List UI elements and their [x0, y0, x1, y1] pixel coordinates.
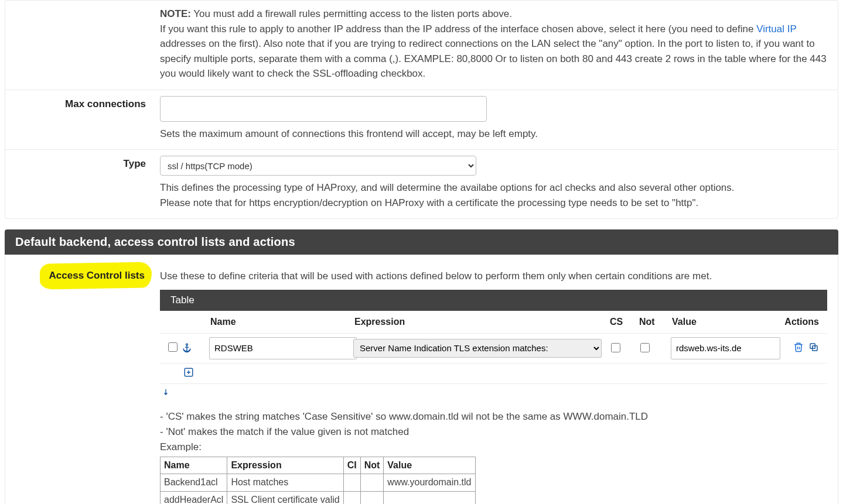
- ex-h-expr: Expression: [227, 457, 343, 474]
- acl-note-cs: - 'CS' makes the string matches 'Case Se…: [160, 409, 827, 424]
- acl-header-actions: Actions: [773, 311, 827, 334]
- ex-h-val: Value: [384, 457, 475, 474]
- copy-icon[interactable]: [808, 342, 819, 355]
- acl-note-not: - 'Not' makes the match if the value giv…: [160, 424, 827, 440]
- ex-row-2: addHeaderAcl SSL Client certificate vali…: [161, 492, 476, 504]
- acl-value-input[interactable]: [671, 337, 780, 359]
- note-line1a: If you want this rule to apply to anothe…: [160, 23, 756, 35]
- listen-note-label: [5, 6, 160, 9]
- acl-row-select-checkbox[interactable]: [168, 342, 178, 352]
- acl-expression-select[interactable]: Server Name Indication TLS extension mat…: [353, 339, 602, 358]
- listen-note-text: NOTE: You must add a firewall rules perm…: [160, 6, 827, 81]
- acl-example-label: Example:: [160, 440, 827, 455]
- max-connections-label: Max connections: [5, 96, 160, 110]
- anchor-icon[interactable]: [182, 342, 192, 355]
- type-select[interactable]: ssl / https(TCP mode): [160, 156, 476, 176]
- acl-example-table: Name Expression CI Not Value Backend1acl…: [160, 457, 476, 504]
- trash-icon[interactable]: [793, 342, 804, 355]
- type-help1: This defines the processing type of HAPr…: [160, 182, 735, 193]
- ex-h-not: Not: [360, 457, 384, 474]
- acl-header-expression: Expression: [350, 311, 605, 334]
- ex-row-1: Backend1acl Host matches www.yourdomain.…: [161, 474, 476, 492]
- acl-header-cs: CS: [605, 311, 634, 334]
- acl-cs-checkbox[interactable]: [611, 343, 620, 352]
- acl-name-input[interactable]: [209, 337, 357, 359]
- acl-table-title: Table: [160, 290, 827, 311]
- acl-intro: Use these to define criteria that will b…: [160, 269, 827, 284]
- add-row-icon[interactable]: [183, 367, 194, 380]
- section-header: Default backend, access control lists an…: [5, 229, 838, 255]
- note-lead: NOTE:: [160, 8, 191, 19]
- acl-label: Access Control lists: [48, 269, 146, 283]
- ex-h-ci: CI: [343, 457, 360, 474]
- ex-h-name: Name: [161, 457, 227, 474]
- acl-header-name: Name: [206, 311, 350, 334]
- acl-header-value: Value: [667, 311, 773, 334]
- reorder-arrow-icon[interactable]: [160, 384, 827, 401]
- acl-table: Name Expression CS Not Value Actions: [160, 311, 827, 384]
- max-connections-input[interactable]: [160, 96, 487, 122]
- note-line0: You must add a firewall rules permitting…: [193, 8, 512, 19]
- type-help2: Please note that for https encryption/de…: [160, 197, 698, 208]
- acl-add-row: [160, 363, 827, 383]
- acl-header-row: Name Expression CS Not Value Actions: [160, 311, 827, 334]
- virtual-ip-link[interactable]: Virtual IP: [756, 23, 796, 35]
- max-connections-help: Sets the maximum amount of connections t…: [160, 126, 827, 142]
- acl-header-not: Not: [634, 311, 667, 334]
- type-label: Type: [5, 156, 160, 170]
- acl-row: Server Name Indication TLS extension mat…: [160, 333, 827, 363]
- acl-not-checkbox[interactable]: [640, 343, 650, 352]
- note-line1b: addresses on the first). Also note that …: [160, 38, 827, 79]
